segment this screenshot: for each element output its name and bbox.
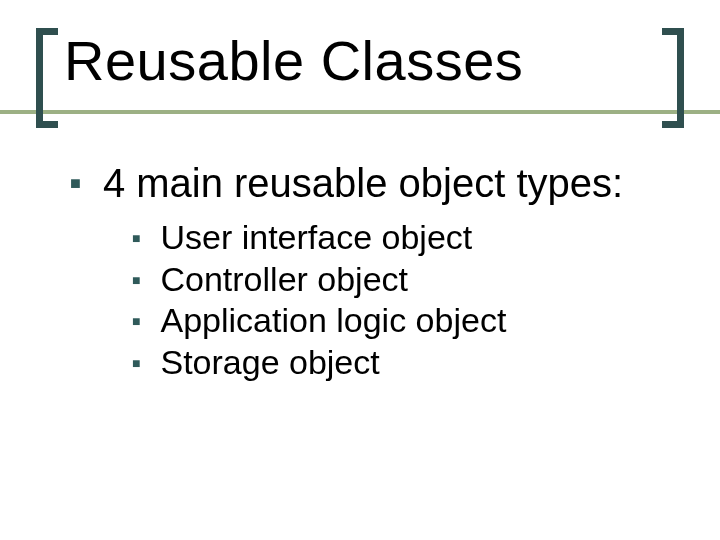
bracket-left-icon xyxy=(36,28,60,128)
square-bullet-icon: ■ xyxy=(132,314,140,328)
square-bullet-icon: ■ xyxy=(132,273,140,287)
sub-point-text: Storage object xyxy=(160,342,379,383)
bracket-right-icon xyxy=(660,28,684,128)
sub-point-text: Controller object xyxy=(160,259,408,300)
square-bullet-icon: ■ xyxy=(132,231,140,245)
list-item: ■ Application logic object xyxy=(132,300,670,341)
sub-point-text: Application logic object xyxy=(160,300,506,341)
title-area: Reusable Classes xyxy=(36,28,684,118)
body-area: ■ 4 main reusable object types: ■ User i… xyxy=(70,160,670,383)
square-bullet-icon: ■ xyxy=(70,174,81,192)
sub-point-text: User interface object xyxy=(160,217,472,258)
list-item: ■ Storage object xyxy=(132,342,670,383)
list-item: ■ User interface object xyxy=(132,217,670,258)
slide-title: Reusable Classes xyxy=(64,30,523,92)
slide: Reusable Classes ■ 4 main reusable objec… xyxy=(0,0,720,540)
sub-list: ■ User interface object ■ Controller obj… xyxy=(132,217,670,383)
main-point-text: 4 main reusable object types: xyxy=(103,160,623,207)
list-item: ■ Controller object xyxy=(132,259,670,300)
square-bullet-icon: ■ xyxy=(132,356,140,370)
list-item: ■ 4 main reusable object types: xyxy=(70,160,670,207)
